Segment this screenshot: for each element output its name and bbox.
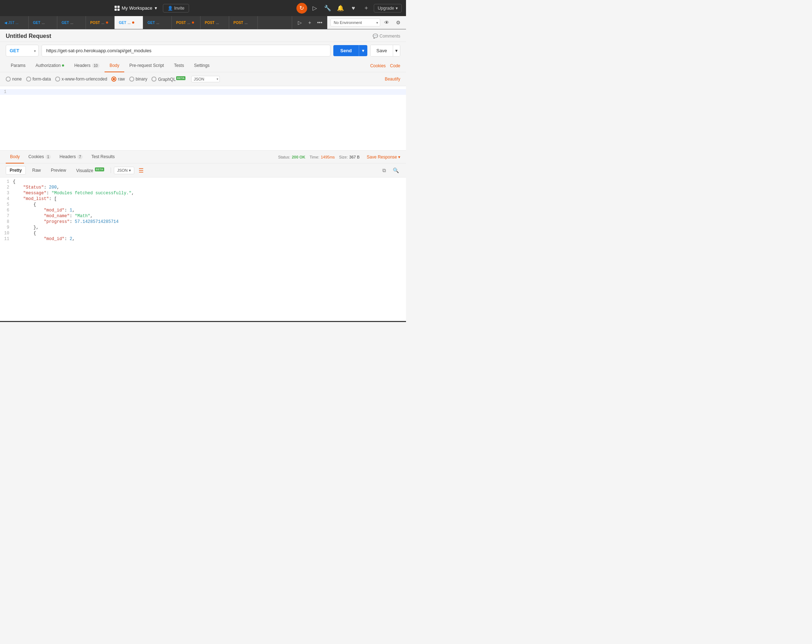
url-input[interactable] — [41, 45, 330, 56]
tab-settings[interactable]: Settings — [189, 59, 214, 72]
cookies-link[interactable]: Cookies — [370, 63, 386, 69]
method-select[interactable]: GET POST PUT DELETE PATCH — [6, 45, 39, 56]
resp-tab-headers-label: Headers — [60, 154, 76, 159]
workspace-label: My Workspace — [122, 5, 153, 11]
tab-method: GET — [33, 21, 40, 25]
radio-form-data — [26, 76, 31, 82]
json-response-viewer[interactable]: 1 { 2 "Status": 200, 3 "message": "Modul… — [0, 177, 406, 321]
tab-get-active[interactable]: GET ... — [114, 16, 143, 29]
line-number: 1 — [0, 90, 11, 94]
tab-get-3[interactable]: GET ... — [143, 16, 172, 29]
response-format-bar: Pretty Raw Preview Visualize BETA JSON ▾… — [0, 163, 406, 177]
save-response-button[interactable]: Save Response ▾ — [366, 155, 400, 160]
format-raw[interactable]: Raw — [29, 166, 44, 174]
heart-button[interactable]: ♥ — [348, 3, 359, 14]
body-option-form-data[interactable]: form-data — [26, 76, 51, 82]
tab-settings-label: Settings — [194, 63, 209, 68]
format-select[interactable]: JSON Text JavaScript HTML XML — [191, 76, 220, 82]
tab-tests[interactable]: Tests — [169, 59, 189, 72]
nav-center: My Workspace ▾ 👤 Invite — [112, 4, 189, 12]
code-editor[interactable]: 1 — [0, 86, 406, 151]
size-value: 367 B — [350, 155, 360, 159]
send-button-group: Send ▾ — [333, 45, 368, 56]
chevron-down-icon: ▾ — [395, 6, 398, 11]
resp-tab-body-label: Body — [10, 154, 20, 159]
time-value: 1495ms — [321, 155, 335, 159]
tab-post-2[interactable]: POST ... — [172, 16, 200, 29]
play-button[interactable]: ▷ — [295, 18, 304, 27]
invite-button[interactable]: 👤 Invite — [163, 4, 189, 12]
body-option-binary[interactable]: binary — [129, 76, 148, 82]
save-dropdown-button[interactable]: ▾ — [393, 45, 400, 56]
search-response-button[interactable]: 🔍 — [391, 166, 400, 175]
tab-label: ... — [70, 21, 73, 25]
wrap-lines-button[interactable]: ☰ — [137, 166, 145, 175]
more-tabs-button[interactable]: ••• — [315, 18, 324, 27]
top-navigation: My Workspace ▾ 👤 Invite ↻ ▷ 🔧 🔔 ♥ ＋ Upgr… — [0, 0, 406, 16]
upgrade-button[interactable]: Upgrade ▾ — [374, 4, 402, 12]
resp-tab-headers[interactable]: Headers 7 — [55, 151, 87, 163]
response-status-bar: Status: 200 OK Time: 1495ms Size: 367 B … — [278, 155, 400, 160]
runner-button[interactable]: ▷ — [309, 3, 320, 14]
copy-response-button[interactable]: ⧉ — [380, 166, 389, 175]
workspace-button[interactable]: My Workspace ▾ — [112, 4, 160, 12]
refresh-button[interactable]: ↻ — [296, 3, 307, 14]
plus-icon: + — [308, 20, 311, 25]
unsaved-dot — [192, 21, 194, 24]
json-line-2: 2 "Status": 200, — [0, 184, 406, 190]
eye-icon: 👁 — [384, 20, 389, 25]
ellipsis-icon: ••• — [317, 20, 323, 25]
tools-button[interactable]: 🔧 — [322, 3, 333, 14]
tab-authorization[interactable]: Authorization — [31, 59, 69, 72]
tab-headers[interactable]: Headers 10 — [69, 59, 104, 72]
send-button[interactable]: Send — [333, 45, 359, 56]
tab-prerequest[interactable]: Pre-request Script — [124, 59, 169, 72]
settings-icon: ⚙ — [396, 20, 401, 25]
radio-raw — [111, 76, 116, 82]
tab-get-1[interactable]: GET ... — [29, 16, 57, 29]
body-option-none[interactable]: none — [6, 76, 22, 82]
comments-button[interactable]: 💬 Comments — [373, 33, 400, 39]
json-format-dropdown[interactable]: JSON ▾ — [114, 167, 134, 174]
tab-body[interactable]: Body — [105, 59, 124, 72]
format-pretty[interactable]: Pretty — [6, 166, 26, 175]
code-link[interactable]: Code — [390, 63, 400, 69]
body-option-raw[interactable]: raw — [111, 76, 125, 82]
send-dropdown-button[interactable]: ▾ — [359, 45, 367, 56]
beautify-button[interactable]: Beautify — [385, 76, 400, 82]
add-tab-button[interactable]: + — [305, 18, 314, 27]
tab-post-1[interactable]: POST ... — [86, 16, 114, 29]
eye-button[interactable]: 👁 — [382, 18, 392, 27]
unsaved-dot — [106, 21, 108, 24]
status-value: 200 OK — [292, 155, 305, 159]
format-preview[interactable]: Preview — [47, 166, 70, 174]
resp-tab-body[interactable]: Body — [6, 151, 24, 163]
tab-label: ... — [156, 21, 159, 25]
tab-get-2[interactable]: GET ... — [57, 16, 86, 29]
tab-params[interactable]: Params — [6, 59, 31, 72]
save-response-label: Save Response — [366, 155, 397, 160]
tab-post-4[interactable]: POST ... — [229, 16, 258, 29]
status-label: Status: — [278, 155, 290, 159]
tab-params-label: Params — [11, 63, 25, 68]
save-button[interactable]: Save — [371, 45, 393, 56]
format-visualize[interactable]: Visualize BETA — [73, 166, 108, 175]
body-option-graphql[interactable]: GraphQLBETA — [151, 76, 185, 82]
resp-tab-cookies[interactable]: Cookies 1 — [24, 151, 55, 163]
body-option-urlencoded[interactable]: x-www-form-urlencoded — [55, 76, 107, 82]
tab-post-3[interactable]: POST ... — [200, 16, 229, 29]
tab-label: ... — [216, 21, 219, 25]
plus-button[interactable]: ＋ — [361, 3, 372, 14]
chevron-down-icon: ▾ — [155, 5, 157, 11]
env-settings-button[interactable]: ⚙ — [393, 18, 403, 27]
wrap-icon: ☰ — [139, 167, 143, 174]
bell-button[interactable]: 🔔 — [335, 3, 346, 14]
code-line-1: 1 — [0, 89, 406, 95]
resp-tab-test-results[interactable]: Test Results — [87, 151, 119, 163]
tab-jst[interactable]: ◀ JST ... — [0, 16, 29, 29]
size-label: Size: — [339, 155, 348, 159]
tab-method: GET — [119, 21, 127, 25]
environment-select[interactable]: No Environment — [330, 18, 380, 26]
runner-icon: ▷ — [313, 5, 317, 11]
tab-authorization-label: Authorization — [35, 63, 61, 68]
